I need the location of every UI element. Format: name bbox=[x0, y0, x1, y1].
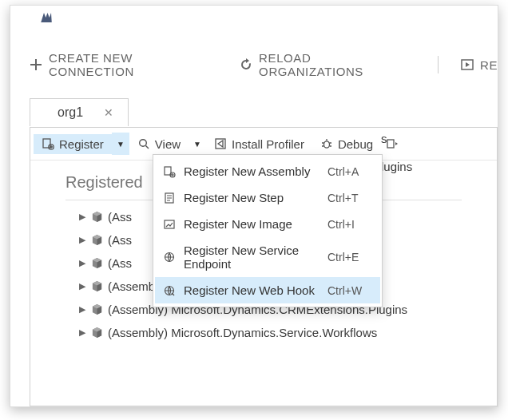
assembly-icon bbox=[91, 280, 103, 292]
chevron-down-icon: ▼ bbox=[193, 140, 201, 149]
register-dropdown-toggle[interactable]: ▼ bbox=[112, 133, 129, 155]
dynamics-logo-icon bbox=[39, 10, 54, 25]
menu-item-register-new-assembly[interactable]: Register New AssemblyCtrl+A bbox=[155, 158, 380, 184]
install-icon bbox=[214, 137, 227, 150]
close-icon[interactable]: ✕ bbox=[104, 106, 113, 119]
menu-item-shortcut: Ctrl+T bbox=[327, 192, 372, 204]
plus-icon bbox=[30, 58, 42, 71]
menu-item-shortcut: Ctrl+I bbox=[327, 218, 372, 231]
play-icon bbox=[461, 58, 474, 71]
menu-item-shortcut: Ctrl+W bbox=[327, 284, 372, 297]
register-button[interactable]: Register bbox=[34, 134, 112, 154]
svg-point-3 bbox=[140, 140, 147, 147]
assembly-icon bbox=[91, 211, 103, 223]
menu-item-label: Register New Step bbox=[184, 191, 319, 204]
menu-item-register-new-service-endpoint[interactable]: Register New Service EndpointCtrl+E bbox=[155, 237, 380, 277]
expand-icon[interactable]: ▶ bbox=[78, 281, 86, 291]
tree-node-label: (Ass bbox=[108, 233, 132, 247]
svg-rect-10 bbox=[165, 220, 174, 228]
expand-icon[interactable]: ▶ bbox=[78, 258, 86, 268]
create-new-connection-button[interactable]: CREATE NEW CONNECTION bbox=[30, 51, 217, 78]
search-icon bbox=[137, 137, 150, 150]
menu-item-icon bbox=[163, 192, 176, 204]
menu-item-label: Register New Assembly bbox=[184, 164, 319, 178]
svg-rect-1 bbox=[43, 139, 50, 148]
view-dropdown-toggle[interactable]: ▼ bbox=[189, 137, 206, 152]
overflow-icon bbox=[386, 137, 399, 150]
occluded-text: lugins bbox=[381, 160, 412, 173]
tree-node-label: (Ass bbox=[108, 210, 132, 224]
install-profiler-button[interactable]: Install Profiler bbox=[206, 134, 312, 154]
menu-item-shortcut: Ctrl+E bbox=[327, 251, 372, 263]
reload-organizations-label: RELOAD ORGANIZATIONS bbox=[259, 51, 415, 78]
assembly-icon bbox=[91, 327, 103, 339]
bug-icon bbox=[320, 137, 333, 150]
register-dropdown-menu: Register New AssemblyCtrl+ARegister New … bbox=[153, 154, 383, 307]
menu-item-register-new-web-hook[interactable]: Register New Web HookCtrl+W bbox=[155, 277, 380, 303]
view-label: View bbox=[155, 137, 181, 151]
expand-icon[interactable]: ▶ bbox=[78, 327, 86, 338]
debug-button[interactable]: Debug bbox=[312, 134, 381, 154]
assembly-icon bbox=[91, 257, 103, 269]
toolbar-separator bbox=[438, 56, 439, 73]
debug-label: Debug bbox=[338, 137, 373, 151]
expand-icon[interactable]: ▶ bbox=[78, 235, 86, 245]
expand-icon[interactable]: ▶ bbox=[78, 212, 86, 222]
chevron-down-icon: ▼ bbox=[117, 140, 125, 149]
menu-item-label: Register New Service Endpoint bbox=[184, 244, 319, 271]
register-icon bbox=[42, 137, 54, 150]
reload-organizations-button[interactable]: RELOAD ORGANIZATIONS bbox=[240, 51, 415, 78]
register-label: Register bbox=[59, 137, 104, 151]
expand-icon[interactable]: ▶ bbox=[78, 304, 86, 315]
menu-item-register-new-image[interactable]: Register New ImageCtrl+I bbox=[155, 211, 380, 237]
replay-label: RE bbox=[480, 58, 498, 72]
menu-item-register-new-step[interactable]: Register New StepCtrl+T bbox=[155, 184, 380, 211]
tree-node-label: (Assembly) Microsoft.Dynamics.Service.Wo… bbox=[108, 326, 377, 339]
menu-item-label: Register New Image bbox=[184, 217, 319, 231]
svg-rect-4 bbox=[216, 139, 225, 149]
install-profiler-label: Install Profiler bbox=[232, 137, 304, 151]
assembly-icon bbox=[91, 303, 103, 315]
svg-point-5 bbox=[323, 141, 329, 148]
main-toolbar: CREATE NEW CONNECTION RELOAD ORGANIZATIO… bbox=[30, 50, 498, 79]
tab-org1[interactable]: org1 ✕ bbox=[30, 98, 129, 126]
tree-node[interactable]: ▶(Assembly) Microsoft.Dynamics.Service.W… bbox=[30, 321, 497, 344]
svg-rect-6 bbox=[387, 140, 394, 148]
replay-button-truncated[interactable]: RE bbox=[461, 58, 498, 72]
menu-item-icon bbox=[163, 284, 176, 297]
create-new-connection-label: CREATE NEW CONNECTION bbox=[49, 51, 217, 78]
menu-item-icon bbox=[163, 251, 176, 263]
occluded-text: s bbox=[381, 132, 387, 145]
reload-icon bbox=[240, 58, 252, 71]
menu-item-shortcut: Ctrl+A bbox=[327, 165, 372, 178]
menu-item-label: Register New Web Hook bbox=[184, 283, 319, 297]
tree-node-label: (Ass bbox=[108, 256, 132, 270]
view-button[interactable]: View bbox=[129, 134, 189, 154]
menu-item-icon bbox=[163, 165, 176, 178]
tab-title: org1 bbox=[58, 105, 83, 120]
assembly-icon bbox=[91, 234, 103, 246]
menu-item-icon bbox=[163, 218, 176, 231]
